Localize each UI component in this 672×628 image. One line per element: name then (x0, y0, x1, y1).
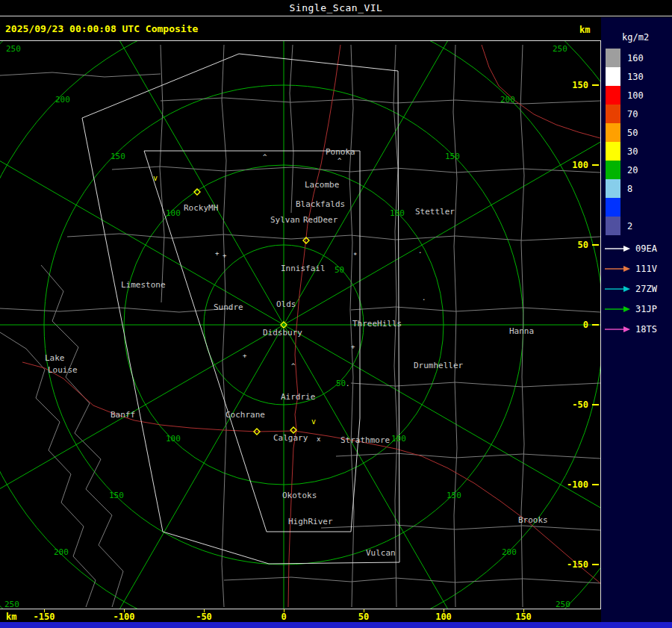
y-axis-tick-label: 50 (578, 240, 588, 250)
site-arrow-icon (604, 325, 631, 334)
colorbar-swatch (606, 198, 620, 217)
window-title: Single_Scan_VIL (290, 2, 383, 13)
ring-distance-label: 200 (55, 95, 70, 105)
county-boundary (161, 98, 600, 104)
colorbar-row (606, 198, 644, 217)
point-marker: . (346, 380, 349, 388)
colorbar-value-label: 160 (627, 53, 644, 63)
colorbar-value-label: 8 (627, 184, 632, 194)
county-boundary (112, 167, 600, 172)
point-marker: + (243, 352, 247, 359)
point-marker: ^ (337, 157, 342, 164)
city-label: Louise (48, 365, 78, 375)
site-id-label: 27ZW (635, 284, 657, 294)
site-legend-item: 18TS (604, 319, 657, 339)
x-axis-tick-label: 0 (269, 612, 299, 622)
colorbar-row: 30 (606, 142, 644, 161)
site-id-label: 111V (635, 264, 657, 274)
city-label: Calgary (273, 433, 308, 443)
colorbar-value-label: 20 (627, 165, 638, 175)
point-marker: ^ (263, 153, 267, 161)
city-label: Cochrane (225, 410, 265, 420)
city-label: RedDeer (303, 215, 338, 225)
ring-distance-label: 200 (502, 547, 517, 557)
ring-distance-label: 250 (556, 600, 570, 609)
colorbar-swatch (606, 105, 620, 123)
ring-distance-label: 200 (54, 547, 69, 557)
radar-map[interactable]: 1001502002505010015020025010015020025050… (0, 40, 601, 609)
city-label: Okotoks (282, 491, 317, 500)
city-label: Vulcan (366, 548, 396, 558)
colorbar-row: 50 (606, 123, 644, 142)
city-label: Stettler (415, 207, 455, 217)
site-id-label: 09EA (635, 243, 657, 254)
colorbar-row: 20 (606, 161, 644, 179)
site-arrow-icon (604, 305, 631, 314)
county-boundary (290, 45, 293, 213)
point-marker: * (353, 252, 357, 259)
colorbar-swatch (606, 217, 620, 235)
x-axis-tick-label: 150 (508, 612, 538, 622)
county-boundary (0, 72, 161, 77)
colorbar-value-label: 2 (627, 221, 632, 231)
ring-distance-label: 100 (391, 434, 406, 444)
colorbar-swatch (606, 86, 620, 105)
city-label: Ponoka (326, 147, 355, 157)
colorbar-row: 160 (606, 49, 644, 67)
city-label: Lake (45, 353, 65, 363)
colorbar-swatch (606, 179, 620, 198)
ring-distance-label: 50 (336, 379, 346, 388)
city-label: RockyMH (184, 203, 218, 213)
colorbar-value-label: 50 (627, 128, 638, 138)
ring-distance-label: 150 (445, 152, 460, 161)
ring-distance-label: 100 (166, 434, 181, 444)
site-id-label: 31JP (635, 304, 657, 314)
site-id-label: 18TS (635, 324, 657, 335)
county-boundary (321, 525, 600, 530)
colorbar-swatch (606, 161, 620, 179)
y-axis-tick-label: 0 (583, 320, 588, 330)
site-legend-item: 111V (604, 258, 657, 279)
colorbar-row: 100 (606, 86, 644, 105)
point-marker: ^ (291, 362, 296, 370)
bottom-status-bar (0, 622, 672, 628)
colorbar-value-label: 70 (627, 109, 638, 119)
city-label: Brooks (518, 515, 548, 525)
county-boundary (224, 577, 600, 583)
city-label: Olds (276, 299, 296, 309)
x-axis-tick-label: -50 (189, 612, 219, 622)
x-axis: km -150-100-50050100150 (0, 609, 601, 622)
colorbar-swatch (606, 123, 620, 142)
colorbar: 1601301007050302082 (606, 49, 644, 235)
y-axis-tick-label: 100 (572, 160, 588, 170)
city-label: Banff (111, 410, 135, 420)
ring-distance-label: 100 (166, 208, 181, 218)
x-axis-tick-label: -150 (29, 612, 59, 622)
colorbar-row: 130 (606, 67, 644, 86)
radar-map-canvas[interactable]: 1001502002505010015020025010015020025050… (0, 41, 600, 609)
county-boundary (351, 382, 600, 387)
y-axis-tick-label: -50 (572, 400, 588, 410)
town-marker-diamond (290, 427, 296, 433)
colorbar-row: 8 (606, 179, 644, 198)
yellow-check-marker: v (311, 417, 316, 426)
x-axis-tick-label: -100 (109, 612, 139, 622)
point-marker: + (223, 252, 227, 259)
site-arrow-icon (604, 285, 631, 293)
county-boundary (222, 45, 226, 607)
ring-distance-label: 150 (109, 491, 124, 500)
x-axis-tick-label: 50 (349, 612, 379, 622)
colorbar-value-label: 100 (627, 90, 644, 101)
colorbar-unit-label: kg/m2 (622, 32, 649, 43)
y-axis-tick-label: -100 (567, 479, 588, 490)
point-marker: + (215, 249, 220, 257)
colorbar-row: 70 (606, 105, 644, 123)
county-boundary (160, 45, 164, 302)
colorbar-swatch (606, 67, 620, 86)
colorbar-value-label: 130 (627, 72, 644, 82)
timestamp-label: 2025/09/23 00:00:08 UTC Composite (5, 23, 198, 34)
colorbar-row: 2 (606, 217, 644, 235)
window-title-bar: Single_Scan_VIL (0, 0, 672, 16)
county-boundary (453, 45, 457, 607)
county-boundary (0, 308, 231, 312)
